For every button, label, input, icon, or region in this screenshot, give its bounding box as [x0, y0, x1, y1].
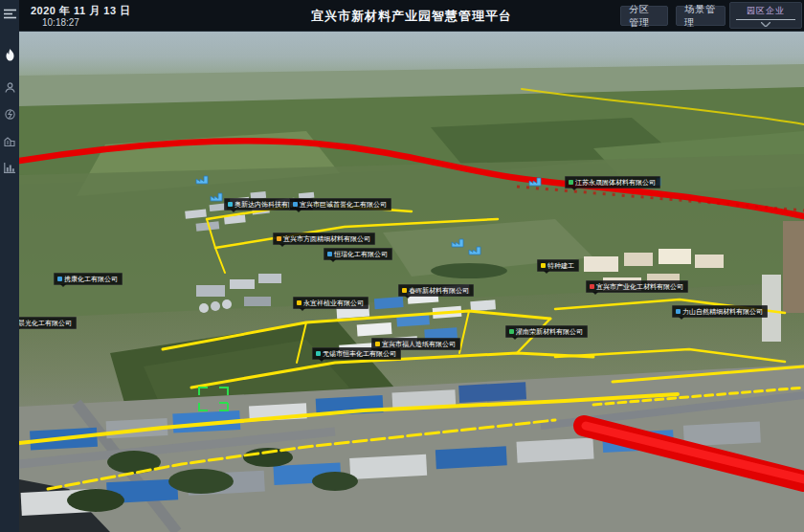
bar-chart-icon: [4, 163, 15, 173]
sidebar-item-fire[interactable]: [0, 46, 19, 63]
power-icon: [5, 109, 15, 120]
flame-icon: [5, 49, 15, 61]
company-icon: [277, 236, 281, 241]
company-label-text: 宜兴市福人造纸有限公司: [382, 341, 456, 347]
company-icon: [541, 263, 546, 268]
sidebar-item-menu[interactable]: [0, 5, 19, 22]
company-icon: [327, 252, 332, 256]
building-highrise: [783, 221, 804, 313]
company-label[interactable]: 恒瑞化工有限公司: [324, 248, 392, 260]
company-label[interactable]: 永宜祥植业有限公司: [293, 297, 368, 309]
sidebar: [0, 0, 19, 532]
menu-icon: [4, 9, 16, 19]
company-icon: [676, 309, 681, 314]
company-label[interactable]: 宜兴市方圆精细材料有限公司: [273, 233, 375, 245]
company-icon: [590, 284, 594, 289]
company-icon: [57, 277, 62, 281]
company-label-text: 江苏永晟固体材料有限公司: [575, 179, 656, 186]
company-label-text: 宜兴市方圆精细材料有限公司: [283, 235, 370, 242]
header-bar: 2020 年 11 月 13 日 10:18:27 宜兴市新材料产业园智慧管理平…: [19, 0, 804, 32]
company-label-text: 宜兴市产业化工材料有限公司: [596, 283, 683, 290]
company-icon: [293, 202, 298, 207]
scene-management-button[interactable]: 场景管理: [676, 6, 726, 26]
company-label-text: 无锡市恒丰化工有限公司: [323, 350, 396, 357]
company-label[interactable]: 无锡市恒丰化工有限公司: [312, 347, 401, 360]
company-icon: [316, 351, 321, 356]
sidebar-item-stats[interactable]: [0, 159, 19, 176]
company-label[interactable]: 特种建工: [537, 259, 579, 272]
company-label-text: 宜兴市巨诚首誉化工有限公司: [300, 201, 387, 208]
park-enterprise-dropdown[interactable]: 园区企业: [729, 2, 802, 29]
company-icon: [509, 329, 514, 334]
company-icon: [228, 202, 233, 207]
company-label-text: 力山自然精细材料有限公司: [682, 308, 763, 315]
company-label[interactable]: 宜兴市产业化工材料有限公司: [586, 280, 688, 293]
company-icon: [569, 180, 573, 185]
company-label[interactable]: 宜兴市巨诚首誉化工有限公司: [289, 198, 391, 211]
app-window: 2020 年 11 月 13 日 10:18:27 宜兴市新材料产业园智慧管理平…: [0, 0, 804, 532]
company-icon: [297, 300, 302, 305]
sidebar-item-power[interactable]: [0, 105, 19, 122]
company-label[interactable]: 春晖新材料有限公司: [398, 284, 474, 297]
company-label-text: 特种建工: [547, 262, 574, 269]
zone-management-button[interactable]: 分区管理: [620, 6, 668, 26]
factory-icon: [4, 136, 15, 146]
map-3d-viewport[interactable]: 携康化工有限公司晨光化工有限公司奥新达内饰科技有限公司宜兴市巨诚首誉化工有限公司…: [19, 32, 804, 532]
company-label[interactable]: 力山自然精细材料有限公司: [672, 305, 768, 318]
company-label-text: 晨光化工有限公司: [19, 320, 72, 326]
company-label[interactable]: 江苏永晟固体材料有限公司: [565, 176, 660, 188]
company-icon: [375, 342, 380, 346]
company-label-text: 春晖新材料有限公司: [409, 287, 469, 294]
company-label-text: 永宜祥植业有限公司: [303, 299, 364, 306]
dropdown-selected-label: 园区企业: [736, 3, 795, 20]
company-label[interactable]: 晨光化工有限公司: [19, 317, 77, 329]
chevron-down-icon: [730, 22, 801, 27]
company-label-text: 恒瑞化工有限公司: [334, 251, 388, 257]
company-icon: [402, 288, 407, 293]
sidebar-item-user[interactable]: [0, 78, 19, 96]
company-label-text: 灌南荣新材料有限公司: [516, 328, 583, 335]
company-label-text: 携康化工有限公司: [64, 276, 118, 282]
user-icon: [5, 82, 15, 93]
company-label[interactable]: 灌南荣新材料有限公司: [505, 325, 588, 338]
company-label[interactable]: 携康化工有限公司: [54, 273, 123, 285]
sidebar-item-factory[interactable]: [0, 132, 19, 149]
